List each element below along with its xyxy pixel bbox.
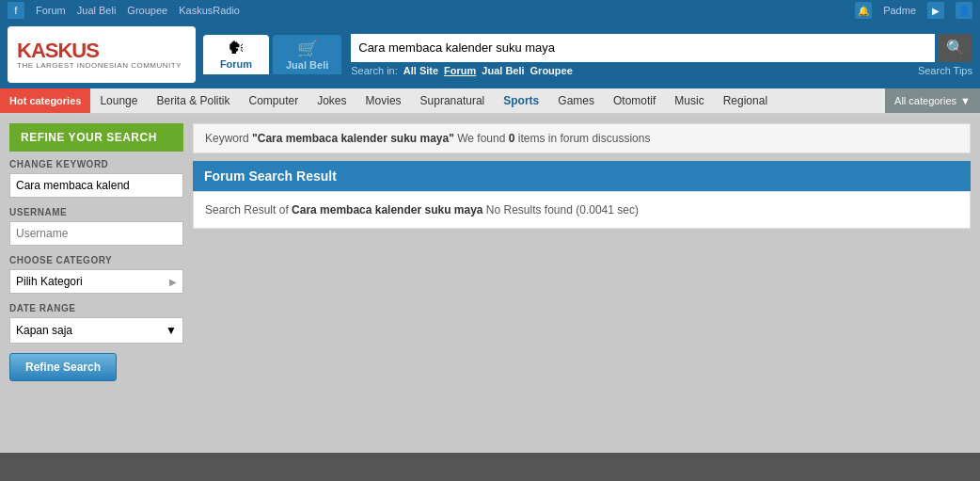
search-meta: Search in: All Site Forum Jual Beli Grou… xyxy=(351,65,972,76)
search-forum[interactable]: Forum xyxy=(444,65,476,76)
cat-movies[interactable]: Movies xyxy=(356,88,411,113)
arrow-icon[interactable]: ▶ xyxy=(927,2,944,19)
bell-icon[interactable]: 🔔 xyxy=(855,2,872,19)
date-range-label: DATE RANGE xyxy=(9,303,183,313)
search-groupee[interactable]: Groupee xyxy=(530,65,573,76)
footer xyxy=(0,453,980,481)
logo-text: KASKUS xyxy=(17,40,186,61)
cat-supranatural[interactable]: Supranatural xyxy=(411,88,495,113)
chevron-down-icon: ▼ xyxy=(960,95,971,106)
nav-tabs: 🗣 Forum 🛒 Jual Beli xyxy=(203,35,341,74)
sidebar: REFINE YOUR SEARCH CHANGE KEYWORD USERNA… xyxy=(9,123,183,443)
result-text-prefix: Search Result of xyxy=(205,203,292,216)
all-categories-label: All categories xyxy=(894,95,956,106)
search-allsite[interactable]: All Site xyxy=(403,65,438,76)
cat-jokes[interactable]: Jokes xyxy=(308,88,356,113)
search-button[interactable]: 🔍 xyxy=(939,34,972,62)
date-range-value: Kapan saja xyxy=(16,324,72,337)
keyword-summary-term: "Cara membaca kalender suku maya" xyxy=(252,132,454,145)
cat-otomotif[interactable]: Otomotif xyxy=(604,88,665,113)
tab-forum-label: Forum xyxy=(216,58,256,70)
choose-category-section: CHOOSE CATEGORY Pilih Kategori ▶ xyxy=(9,255,183,294)
username-label: USERNAME xyxy=(9,207,183,217)
facebook-icon[interactable]: f xyxy=(8,2,24,19)
profile-icon[interactable]: 👤 xyxy=(956,2,972,19)
result-text-suffix: No Results found (0.0041 sec) xyxy=(483,203,639,216)
logo-area: KASKUS THE LARGEST INDONESIAN COMMUNITY xyxy=(8,26,196,83)
hot-categories-button[interactable]: Hot categories xyxy=(0,88,90,113)
result-keyword: Cara membaca kalender suku maya xyxy=(292,203,482,216)
change-keyword-label: CHANGE KEYWORD xyxy=(9,159,183,169)
cat-regional[interactable]: Regional xyxy=(714,88,777,113)
cat-sports[interactable]: Sports xyxy=(494,88,548,113)
search-row: 🔍 xyxy=(351,34,972,62)
refine-search-button[interactable]: Refine Search xyxy=(9,353,117,381)
tab-jualbeli-label: Jual Beli xyxy=(286,59,328,71)
search-tips[interactable]: Search Tips xyxy=(918,65,972,76)
category-select-value: Pilih Kategori xyxy=(16,275,83,288)
all-categories-button[interactable]: All categories ▼ xyxy=(885,88,980,113)
result-body: Search Result of Cara membaca kalender s… xyxy=(193,191,971,229)
cat-music[interactable]: Music xyxy=(665,88,713,113)
change-keyword-section: CHANGE KEYWORD xyxy=(9,159,183,198)
keyword-summary-suffix: items in forum discussions xyxy=(514,132,650,145)
logo-subtitle: THE LARGEST INDONESIAN COMMUNITY xyxy=(17,61,186,70)
choose-category-label: CHOOSE CATEGORY xyxy=(9,255,183,265)
search-input[interactable] xyxy=(351,34,935,62)
search-in-label: Search in: xyxy=(351,65,398,76)
cat-berita[interactable]: Berita & Politik xyxy=(147,88,239,113)
date-range-select[interactable]: Kapan saja ▼ xyxy=(9,317,183,344)
keyword-summary-found: We found xyxy=(454,132,509,145)
username-section: USERNAME xyxy=(9,207,183,246)
cat-games[interactable]: Games xyxy=(548,88,604,113)
tab-forum[interactable]: 🗣 Forum xyxy=(203,35,269,74)
keyword-input[interactable] xyxy=(9,173,183,198)
result-header: Forum Search Result xyxy=(193,161,971,191)
cat-lounge[interactable]: Lounge xyxy=(90,88,147,113)
keyword-summary-prefix: Keyword xyxy=(205,132,252,145)
keyword-summary-bar: Keyword "Cara membaca kalender suku maya… xyxy=(193,123,971,153)
category-select-arrow: ▶ xyxy=(169,277,177,287)
topnav-groupee[interactable]: Groupee xyxy=(127,5,167,16)
category-select[interactable]: Pilih Kategori ▶ xyxy=(9,269,183,294)
refine-your-search-button[interactable]: REFINE YOUR SEARCH xyxy=(9,123,183,152)
search-jualbeli[interactable]: Jual Beli xyxy=(482,65,524,76)
date-range-arrow: ▼ xyxy=(166,324,177,337)
search-area: 🔍 Search in: All Site Forum Jual Beli Gr… xyxy=(351,30,972,80)
topnav-jualbeli[interactable]: Jual Beli xyxy=(77,5,117,16)
topnav-forum[interactable]: Forum xyxy=(36,5,66,16)
topnav-user[interactable]: Padme xyxy=(883,5,916,16)
main-content: REFINE YOUR SEARCH CHANGE KEYWORD USERNA… xyxy=(0,114,980,453)
cart-icon: 🛒 xyxy=(286,39,328,59)
topnav-radio[interactable]: KaskusRadio xyxy=(179,5,240,16)
top-nav: f Forum Jual Beli Groupee KaskusRadio 🔔 … xyxy=(0,0,980,21)
tab-jualbeli[interactable]: 🛒 Jual Beli xyxy=(273,35,341,74)
cat-computer[interactable]: Computer xyxy=(240,88,308,113)
search-results-content: Keyword "Cara membaca kalender suku maya… xyxy=(193,123,971,443)
header: KASKUS THE LARGEST INDONESIAN COMMUNITY … xyxy=(0,21,980,88)
category-items: Lounge Berita & Politik Computer Jokes M… xyxy=(90,88,885,113)
date-range-section: DATE RANGE Kapan saja ▼ xyxy=(9,303,183,344)
category-bar: Hot categories Lounge Berita & Politik C… xyxy=(0,88,980,114)
username-input[interactable] xyxy=(9,221,183,246)
forum-icon: 🗣 xyxy=(216,39,256,58)
